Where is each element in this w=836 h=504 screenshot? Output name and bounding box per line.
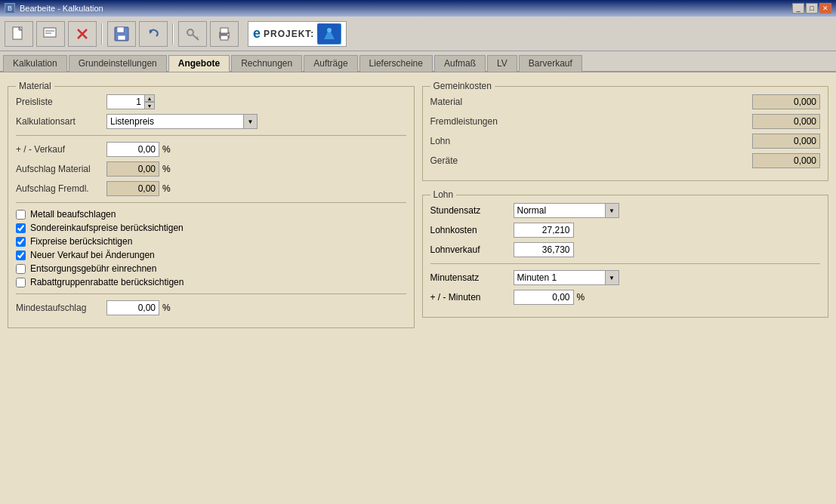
checkbox-neuer-verkauf-input[interactable] — [16, 250, 26, 260]
lohn-group-title: Lohn — [430, 189, 457, 200]
plusminus-row: + / - Minuten % — [430, 290, 821, 305]
minutensatz-select[interactable]: Minuten 1 Minuten 2 Minuten 3 — [514, 270, 619, 285]
tab-kalkulation[interactable]: Kalkulation — [3, 55, 67, 72]
delete-button[interactable] — [68, 21, 97, 47]
plusminus-unit: % — [577, 292, 585, 303]
verkauf-row: + / - Verkauf % — [16, 142, 406, 157]
lohnverkauf-row: Lohnverkauf — [430, 242, 821, 257]
minutensatz-row: Minutensatz Minuten 1 Minuten 2 Minuten … — [430, 270, 821, 285]
minutensatz-label: Minutensatz — [430, 272, 514, 283]
tab-angebote[interactable]: Angebote — [168, 55, 230, 72]
preisliste-row: Preisliste ▲ ▼ — [16, 94, 406, 109]
stundensatz-select-wrap: Normal Überstunden Nacht Feiertag ▼ — [514, 203, 619, 218]
checkbox-metall: Metall beaufschlagen — [16, 209, 406, 220]
save-button[interactable] — [107, 21, 136, 47]
gk-lohn-row: Lohn — [430, 134, 821, 149]
aufschlag-fremdl-label: Aufschlag Fremdl. — [16, 183, 106, 194]
aufschlag-fremdl-input[interactable] — [106, 181, 159, 196]
aufschlag-material-unit: % — [162, 164, 171, 174]
svg-rect-3 — [44, 28, 56, 37]
aufschlag-material-input[interactable] — [106, 161, 159, 177]
aufschlag-fremdl-row: Aufschlag Fremdl. % — [16, 181, 406, 196]
tab-rechnungen[interactable]: Rechnungen — [231, 55, 302, 72]
checkbox-entsorgung: Entsorgungsgebühr einrechnen — [16, 263, 406, 274]
key-button[interactable] — [178, 21, 207, 47]
lohnverkauf-input[interactable] — [514, 242, 574, 257]
tab-aufmass[interactable]: Aufmaß — [434, 55, 486, 72]
kalkulationsart-select[interactable]: Listenpreis Einkaufspreis Sonderpreis — [106, 114, 258, 129]
toolbar-separator-2 — [172, 23, 174, 45]
maximize-button[interactable]: □ — [806, 3, 818, 14]
main-content: Material Preisliste ▲ ▼ Kalkulationsart — [0, 72, 836, 504]
verkauf-input[interactable] — [106, 142, 159, 157]
tab-barverkauf[interactable]: Barverkauf — [519, 55, 582, 72]
svg-point-12 — [187, 29, 193, 35]
preisliste-input[interactable] — [106, 94, 144, 109]
checkbox-sondereinkauf: Sondereinkaufspreise berücksichtigen — [16, 223, 406, 233]
lohn-divider — [430, 263, 821, 264]
preisliste-up-btn[interactable]: ▲ — [144, 94, 155, 102]
gk-lohn-input[interactable] — [752, 134, 820, 149]
plusminus-input[interactable] — [514, 290, 574, 305]
checkbox-entsorgung-input[interactable] — [16, 264, 26, 274]
material-divider-2 — [16, 202, 406, 203]
project-area: e PROJEKT: — [248, 21, 347, 47]
checkbox-sondereinkauf-input[interactable] — [16, 223, 26, 233]
tab-grundeinstellungen[interactable]: Grundeinstellungen — [69, 55, 167, 72]
stundensatz-row: Stundensatz Normal Überstunden Nacht Fei… — [430, 203, 821, 218]
edit-button[interactable] — [36, 21, 65, 47]
stundensatz-select[interactable]: Normal Überstunden Nacht Feiertag — [514, 203, 619, 218]
gk-lohn-label: Lohn — [430, 136, 529, 146]
svg-rect-17 — [221, 35, 228, 40]
material-divider-1 — [16, 135, 406, 136]
material-divider-3 — [16, 293, 406, 294]
lohnverkauf-label: Lohnverkauf — [430, 244, 514, 255]
checkbox-neuer-verkauf-label: Neuer Verkauf bei Änderungen — [30, 250, 155, 260]
gk-material-input[interactable] — [752, 94, 820, 109]
gk-geraete-label: Geräte — [430, 155, 529, 166]
checkbox-fixpreise-input[interactable] — [16, 237, 26, 247]
lohn-group: Lohn Stundensatz Normal Überstunden Nach… — [422, 195, 829, 318]
minimize-button[interactable]: _ — [792, 3, 804, 14]
stundensatz-label: Stundensatz — [430, 205, 514, 216]
title-bar: B Bearbeite - Kalkulation _ □ ✕ — [0, 0, 836, 17]
verkauf-label: + / - Verkauf — [16, 144, 106, 155]
material-group: Material Preisliste ▲ ▼ Kalkulationsart — [8, 86, 415, 328]
close-button[interactable]: ✕ — [819, 3, 831, 14]
checkbox-sondereinkauf-label: Sondereinkaufspreise berücksichtigen — [30, 223, 184, 233]
minutensatz-select-wrap: Minuten 1 Minuten 2 Minuten 3 ▼ — [514, 270, 619, 285]
lohnkosten-label: Lohnkosten — [430, 225, 514, 235]
gk-fremdleistungen-input[interactable] — [752, 114, 820, 129]
checkbox-metall-input[interactable] — [16, 210, 26, 220]
new-button[interactable] — [5, 21, 33, 47]
mindestaufschlag-label: Mindestaufschlag — [16, 303, 106, 313]
mindestaufschlag-input[interactable] — [106, 300, 159, 315]
preisliste-down-btn[interactable]: ▼ — [144, 102, 155, 109]
lohnkosten-input[interactable] — [514, 223, 574, 238]
preisliste-label: Preisliste — [16, 97, 106, 107]
mindestaufschlag-unit: % — [162, 303, 171, 313]
window-title: Bearbeite - Kalkulation — [20, 4, 103, 13]
checkbox-neuer-verkauf: Neuer Verkauf bei Änderungen — [16, 250, 406, 260]
tab-auftraege[interactable]: Aufträge — [304, 55, 357, 72]
material-group-title: Material — [16, 81, 54, 91]
aufschlag-fremdl-unit: % — [162, 183, 171, 194]
checkbox-entsorgung-label: Entsorgungsgebühr einrechnen — [30, 263, 156, 274]
mindestaufschlag-row: Mindestaufschlag % — [16, 300, 406, 315]
kalkulationsart-label: Kalkulationsart — [16, 116, 106, 127]
lohnkosten-row: Lohnkosten — [430, 223, 821, 238]
gk-geraete-input[interactable] — [752, 153, 820, 168]
checkbox-rabatt-input[interactable] — [16, 278, 26, 287]
verkauf-unit: % — [162, 144, 171, 155]
print-button[interactable] — [210, 21, 239, 47]
tab-bar: Kalkulation Grundeinstellungen Angebote … — [0, 51, 836, 72]
checkbox-fixpreise: Fixpreise berücksichtigen — [16, 236, 406, 247]
right-column: Gemeinkosten Material Fremdleistungen Lo… — [422, 80, 829, 328]
tab-lv[interactable]: LV — [487, 55, 517, 72]
aufschlag-material-row: Aufschlag Material % — [16, 161, 406, 177]
gk-fremdleistungen-row: Fremdleistungen — [430, 114, 821, 129]
undo-button[interactable] — [139, 21, 168, 47]
gk-material-label: Material — [430, 97, 529, 107]
svg-rect-16 — [221, 28, 228, 33]
tab-lieferscheine[interactable]: Lieferscheine — [359, 55, 433, 72]
